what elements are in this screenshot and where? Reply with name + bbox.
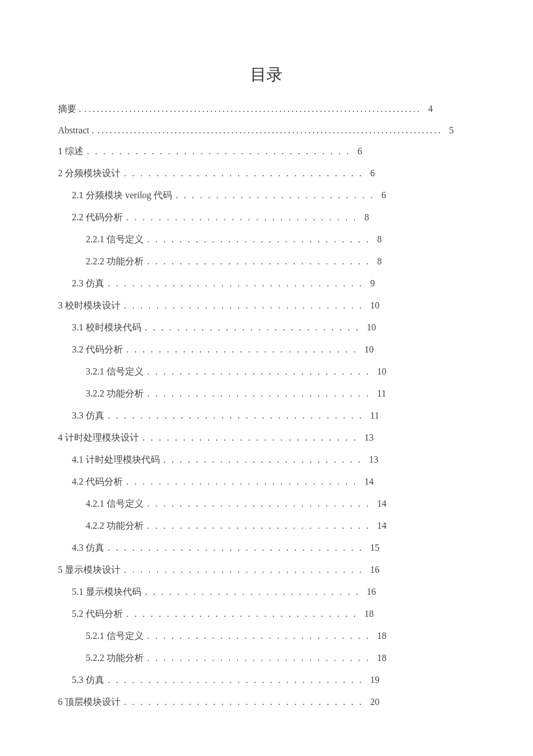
toc-entry[interactable]: 3.2 代码分析. . . . . . . . . . . . . . . . …: [58, 344, 475, 356]
toc-entry[interactable]: 2.1 分频模块 verilog 代码. . . . . . . . . . .…: [58, 190, 475, 202]
toc-entry-page: 5: [446, 125, 454, 136]
toc-entry-label: 4.2.1 信号定义: [86, 498, 144, 510]
toc-entry-label: 3.2 代码分析: [72, 344, 123, 356]
toc-entry[interactable]: 2.3 仿真. . . . . . . . . . . . . . . . . …: [58, 278, 475, 290]
toc-entry-label: 3.2.2 功能分析: [86, 388, 144, 400]
toc-entry-label: 2.2 代码分析: [72, 212, 123, 224]
toc-entry-label: 6 顶层模块设计: [58, 696, 121, 708]
toc-entry-leader: . . . . . . . . . . . . . . . . . . . . …: [160, 455, 366, 465]
toc-entry[interactable]: 摘要 .....................................…: [58, 103, 475, 115]
toc-entry-leader: . . . . . . . . . . . . . . . . . . . . …: [104, 675, 367, 685]
toc-entry-leader: . . . . . . . . . . . . . . . . . . . . …: [121, 565, 367, 575]
toc-entry-label: 5.3 仿真: [72, 674, 104, 686]
toc-entry-page: 8: [374, 256, 382, 267]
toc-entry[interactable]: 5.1 显示模块代码. . . . . . . . . . . . . . . …: [58, 586, 475, 598]
toc-entry-page: 11: [374, 388, 386, 399]
toc-entry-label: 2.1 分频模块 verilog 代码: [72, 190, 172, 202]
toc-entry-label: 2.2.1 信号定义: [86, 234, 144, 246]
toc-entry[interactable]: 5.2.1 信号定义. . . . . . . . . . . . . . . …: [58, 630, 475, 642]
toc-entry[interactable]: 6 顶层模块设计. . . . . . . . . . . . . . . . …: [58, 696, 475, 708]
toc-entry-page: 18: [361, 609, 374, 619]
toc-entry-page: 13: [366, 455, 378, 465]
toc-entry[interactable]: 4.2.2 功能分析. . . . . . . . . . . . . . . …: [58, 520, 475, 532]
toc-entry-label: Abstract .: [58, 125, 94, 136]
toc-entry-label: 1 综述: [58, 146, 83, 158]
toc-entry[interactable]: 2.2.1 信号定义. . . . . . . . . . . . . . . …: [58, 234, 475, 246]
toc-entry-leader: . . . . . . . . . . . . . . . . . . . . …: [123, 609, 361, 619]
toc-entry-leader: ........................................…: [81, 104, 425, 114]
toc-entry[interactable]: 5 显示模块设计. . . . . . . . . . . . . . . . …: [58, 564, 475, 576]
toc-entry-page: 10: [361, 344, 374, 355]
toc-entry[interactable]: 2.2.2 功能分析. . . . . . . . . . . . . . . …: [58, 256, 475, 268]
toc-entry-label: 摘要 .: [58, 103, 81, 115]
toc-entry-page: 14: [374, 499, 386, 509]
toc-title: 目录: [58, 64, 475, 86]
toc-entry[interactable]: 3 校时模块设计. . . . . . . . . . . . . . . . …: [58, 300, 475, 312]
toc-entry-leader: . . . . . . . . . . . . . . . . . . . . …: [141, 587, 363, 597]
toc-entry-leader: . . . . . . . . . . . . . . . . . . . . …: [141, 322, 363, 333]
toc-entry-label: 5.1 显示模块代码: [72, 586, 141, 598]
toc-entry[interactable]: 5.2 代码分析. . . . . . . . . . . . . . . . …: [58, 608, 475, 620]
toc-entry-leader: . . . . . . . . . . . . . . . . . . . . …: [104, 278, 367, 289]
toc-entry-page: 20: [367, 697, 379, 707]
toc-entry[interactable]: 4.2 代码分析. . . . . . . . . . . . . . . . …: [58, 476, 475, 488]
toc-entry-leader: . . . . . . . . . . . . . . . . . . . . …: [123, 344, 361, 355]
toc-entry-label: 2 分频模块设计: [58, 168, 121, 180]
toc-entry-label: 3.3 仿真: [72, 410, 104, 422]
toc-entry-leader: . . . . . . . . . . . . . . . . . . . . …: [121, 697, 367, 707]
toc-entry-page: 6: [367, 168, 375, 179]
toc-entry[interactable]: 4.1 计时处理模块代码. . . . . . . . . . . . . . …: [58, 454, 475, 466]
toc-entry[interactable]: 4.3 仿真. . . . . . . . . . . . . . . . . …: [58, 542, 475, 554]
toc-entry-leader: . . . . . . . . . . . . . . . . . . . . …: [104, 410, 367, 421]
toc-entry-leader: . . . . . . . . . . . . . . . . . . . . …: [144, 366, 374, 377]
toc-entry-label: 5.2 代码分析: [72, 608, 123, 620]
toc-entry-label: 4.1 计时处理模块代码: [72, 454, 160, 466]
toc-entry-page: 10: [374, 366, 386, 377]
toc-entry-page: 18: [374, 631, 386, 641]
toc-entry-leader: . . . . . . . . . . . . . . . . . . . . …: [144, 653, 374, 663]
toc-entry-label: 2.2.2 功能分析: [86, 256, 144, 268]
toc-entry[interactable]: 3.3 仿真. . . . . . . . . . . . . . . . . …: [58, 410, 475, 422]
toc-entry-leader: . . . . . . . . . . . . . . . . . . . . …: [144, 388, 374, 399]
toc-entry-page: 11: [367, 410, 379, 421]
toc-entry[interactable]: 3.1 校时模块代码. . . . . . . . . . . . . . . …: [58, 322, 475, 334]
toc-entry[interactable]: Abstract ...............................…: [58, 125, 475, 136]
toc-entry-page: 18: [374, 653, 386, 663]
toc-entry-leader: ........................................…: [94, 125, 446, 136]
toc-entry-label: 3.1 校时模块代码: [72, 322, 141, 334]
toc-entry-leader: . . . . . . . . . . . . . . . . . . . . …: [144, 234, 374, 245]
toc-entry-page: 4: [425, 104, 433, 114]
toc-entry[interactable]: 2 分频模块设计. . . . . . . . . . . . . . . . …: [58, 168, 475, 180]
toc-entry[interactable]: 3.2.2 功能分析. . . . . . . . . . . . . . . …: [58, 388, 475, 400]
toc-entry[interactable]: 4.2.1 信号定义. . . . . . . . . . . . . . . …: [58, 498, 475, 510]
toc-entry[interactable]: 5.2.2 功能分析. . . . . . . . . . . . . . . …: [58, 652, 475, 664]
toc-entry-page: 8: [361, 212, 369, 223]
toc-entry-label: 4.2.2 功能分析: [86, 520, 144, 532]
toc-entry[interactable]: 2.2 代码分析. . . . . . . . . . . . . . . . …: [58, 212, 475, 224]
toc-entry[interactable]: 1 综述. . . . . . . . . . . . . . . . . . …: [58, 146, 475, 158]
toc-entry-leader: . . . . . . . . . . . . . . . . . . . . …: [121, 168, 367, 179]
toc-entry-leader: . . . . . . . . . . . . . . . . . . . . …: [144, 631, 374, 641]
toc-container: 摘要 .....................................…: [58, 103, 475, 708]
toc-entry-label: 4.3 仿真: [72, 542, 104, 554]
toc-entry-leader: . . . . . . . . . . . . . . . . . . . . …: [144, 499, 374, 509]
toc-entry-label: 4.2 代码分析: [72, 476, 123, 488]
toc-entry-label: 2.3 仿真: [72, 278, 104, 290]
toc-entry-leader: . . . . . . . . . . . . . . . . . . . . …: [172, 190, 378, 201]
toc-entry-leader: . . . . . . . . . . . . . . . . . . . . …: [123, 212, 361, 223]
toc-entry-page: 10: [367, 300, 379, 311]
toc-entry-page: 14: [361, 477, 374, 487]
toc-entry-page: 19: [367, 675, 379, 685]
toc-entry-label: 4 计时处理模块设计: [58, 432, 139, 444]
toc-entry[interactable]: 5.3 仿真. . . . . . . . . . . . . . . . . …: [58, 674, 475, 686]
toc-entry-leader: . . . . . . . . . . . . . . . . . . . . …: [83, 146, 354, 157]
toc-entry[interactable]: 4 计时处理模块设计. . . . . . . . . . . . . . . …: [58, 432, 475, 444]
toc-entry-page: 10: [363, 322, 376, 333]
toc-entry-label: 3.2.1 信号定义: [86, 366, 144, 378]
toc-entry-label: 5.2.1 信号定义: [86, 630, 144, 642]
toc-entry-leader: . . . . . . . . . . . . . . . . . . . . …: [123, 477, 361, 487]
toc-entry[interactable]: 3.2.1 信号定义. . . . . . . . . . . . . . . …: [58, 366, 475, 378]
toc-entry-page: 9: [367, 278, 375, 289]
toc-entry-leader: . . . . . . . . . . . . . . . . . . . . …: [121, 300, 367, 311]
toc-entry-label: 5 显示模块设计: [58, 564, 121, 576]
